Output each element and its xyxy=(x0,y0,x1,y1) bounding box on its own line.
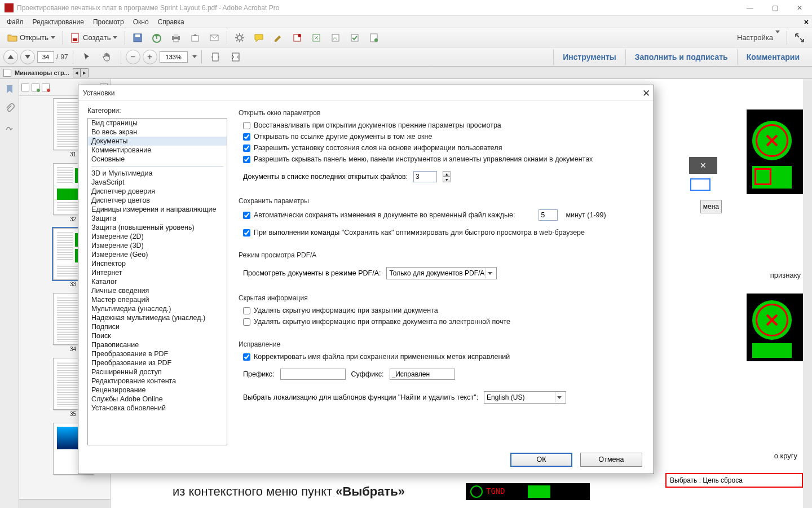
cat-measure-2d[interactable]: Измерение (2D) xyxy=(88,232,227,241)
chk-restore-view[interactable]: Восстанавливать при открытии документов … xyxy=(243,121,645,129)
print-button[interactable] xyxy=(167,30,185,45)
nav-next[interactable]: ► xyxy=(81,68,89,77)
cat-javascript[interactable]: JavaScript xyxy=(88,178,227,187)
cat-spelling[interactable]: Правописание xyxy=(88,340,227,349)
autosave-minutes-input[interactable] xyxy=(539,209,558,221)
fit-width-button[interactable] xyxy=(227,50,245,64)
tab-tools[interactable]: Инструменты xyxy=(553,49,625,65)
create-button[interactable]: Создать xyxy=(67,30,121,45)
page-down-button[interactable] xyxy=(20,50,35,64)
cat-identity[interactable]: Личные сведения xyxy=(88,286,227,295)
cat-security-enhanced[interactable]: Защита (повышенный уровень) xyxy=(88,223,227,232)
thumb-tool-2[interactable] xyxy=(32,84,39,91)
cat-inspector[interactable]: Инспектор xyxy=(88,259,227,268)
menu-file[interactable]: Файл xyxy=(2,17,28,27)
menu-help[interactable]: Справка xyxy=(153,17,189,27)
chk-hidden-on-close[interactable]: Удалять скрытую информацию при закрытии … xyxy=(243,306,645,314)
cat-convert-from-pdf[interactable]: Преобразование из PDF xyxy=(88,358,227,367)
hand-tool[interactable] xyxy=(98,50,116,64)
chevron-down-icon[interactable] xyxy=(192,55,197,58)
mini-dialog-close[interactable]: ✕ xyxy=(689,157,717,174)
cat-internet[interactable]: Интернет xyxy=(88,268,227,277)
cat-page-display[interactable]: Вид страницы xyxy=(88,119,227,128)
cat-3d[interactable]: 3D и Мультимедиа xyxy=(88,169,227,178)
chk-hidden-on-email[interactable]: Удалять скрытую информацию при отправке … xyxy=(243,318,645,326)
cat-trusted-multimedia[interactable]: Надежная мультимедиа (унаслед.) xyxy=(88,313,227,322)
suffix-input[interactable] xyxy=(390,369,455,380)
pdfa-mode-select[interactable]: Только для документов PDF/A xyxy=(386,267,497,279)
window-maximize[interactable]: ▢ xyxy=(762,0,787,16)
chk-cross-links[interactable]: Открывать по ссылке другие документы в т… xyxy=(243,133,645,141)
fit-page-button[interactable] xyxy=(206,50,224,64)
categories-listbox[interactable]: Вид страницы Во весь экран Документы Ком… xyxy=(87,118,227,445)
customize-toolbar[interactable]: Настройка xyxy=(734,33,783,42)
signature-panel-icon[interactable] xyxy=(4,122,15,133)
cat-fullscreen[interactable]: Во весь экран xyxy=(88,128,227,137)
mini-dialog-cancel[interactable]: мена xyxy=(700,200,722,213)
recent-docs-spinner[interactable]: ▲▼ xyxy=(443,171,451,182)
cat-signatures[interactable]: Подписи xyxy=(88,322,227,331)
chk-autosave[interactable]: Автоматически сохранять изменения в доку… xyxy=(243,209,645,221)
zoom-out-button[interactable]: − xyxy=(126,50,140,64)
cat-measure-geo[interactable]: Измерение (Geo) xyxy=(88,250,227,259)
chk-layer-state[interactable]: Разрешить установку состояния слоя на ос… xyxy=(243,144,645,152)
comment-button[interactable] xyxy=(250,30,268,45)
zoom-input[interactable] xyxy=(160,51,188,63)
dialog-close-button[interactable]: ✕ xyxy=(642,87,650,99)
document-vscroll[interactable] xyxy=(803,79,812,508)
chk-saveas-optimize[interactable]: При выполнении команды "Сохранить как" о… xyxy=(243,229,645,237)
email-button[interactable] xyxy=(205,30,223,45)
thumbnails-hscroll[interactable] xyxy=(19,499,110,508)
page-number-input[interactable] xyxy=(37,51,54,63)
cat-multimedia-legacy[interactable]: Мультимедиа (унаслед.) xyxy=(88,304,227,313)
window-close[interactable]: ✕ xyxy=(787,0,812,16)
tab-comments[interactable]: Комментарии xyxy=(737,49,809,65)
cat-units[interactable]: Единицы измерения и направляющие xyxy=(88,205,227,214)
validate-button[interactable] xyxy=(346,30,364,45)
cat-convert-to-pdf[interactable]: Преобразование в PDF xyxy=(88,349,227,358)
cat-updater[interactable]: Установка обновлений xyxy=(88,404,227,413)
paperclip-icon[interactable] xyxy=(4,103,15,114)
prefix-input[interactable] xyxy=(280,369,346,380)
cat-reviewing[interactable]: Рецензирование xyxy=(88,386,227,395)
bookmark-icon[interactable] xyxy=(4,84,15,95)
cancel-button[interactable]: Отмена xyxy=(580,453,642,467)
tab-fill-sign[interactable]: Заполнить и подписать xyxy=(625,49,737,65)
cat-action-wizard[interactable]: Мастер операций xyxy=(88,295,227,304)
locale-select[interactable]: English (US) xyxy=(484,391,566,404)
sign-button[interactable] xyxy=(326,30,345,45)
document-close-button[interactable]: × xyxy=(804,17,809,27)
cat-catalog[interactable]: Каталог xyxy=(88,277,227,286)
recent-docs-input[interactable] xyxy=(413,171,437,182)
page-up-button[interactable] xyxy=(3,50,18,64)
menu-window[interactable]: Окно xyxy=(129,17,153,27)
cat-general[interactable]: Основные xyxy=(88,155,227,164)
form-button[interactable] xyxy=(365,30,383,45)
ok-button[interactable]: ОК xyxy=(510,453,572,467)
export-button[interactable] xyxy=(148,30,166,45)
cat-adobe-online[interactable]: Службы Adobe Online xyxy=(88,395,227,404)
cat-accessibility[interactable]: Расширенный доступ xyxy=(88,367,227,376)
save-button[interactable] xyxy=(129,30,147,45)
cat-security[interactable]: Защита xyxy=(88,214,227,223)
attach-button[interactable] xyxy=(307,30,325,45)
open-button[interactable]: Открыть xyxy=(3,30,59,45)
zoom-in-button[interactable]: + xyxy=(143,50,157,64)
select-tool[interactable] xyxy=(78,50,96,64)
thumb-tool-3[interactable] xyxy=(42,84,50,91)
cat-search[interactable]: Поиск xyxy=(88,331,227,340)
stamp-button[interactable] xyxy=(288,30,306,45)
window-minimize[interactable]: — xyxy=(738,0,762,16)
share-button[interactable] xyxy=(186,30,204,45)
menu-edit[interactable]: Редактирование xyxy=(28,17,89,27)
chk-hide-ui[interactable]: Разрешить скрывать панель меню, панели и… xyxy=(243,155,645,163)
mini-dialog-field[interactable] xyxy=(690,178,710,191)
cat-measure-3d[interactable]: Измерение (3D) xyxy=(88,241,227,250)
cat-trust-manager[interactable]: Диспетчер доверия xyxy=(88,187,227,196)
nav-prev[interactable]: ◄ xyxy=(73,68,81,77)
cat-content-editing[interactable]: Редактирование контента xyxy=(88,376,227,386)
highlight-button[interactable] xyxy=(269,30,287,45)
gear-button[interactable] xyxy=(231,30,249,45)
chk-redact-filename[interactable]: Корректировать имя файла при сохранении … xyxy=(243,353,645,361)
fullscreen-button[interactable] xyxy=(791,30,809,45)
